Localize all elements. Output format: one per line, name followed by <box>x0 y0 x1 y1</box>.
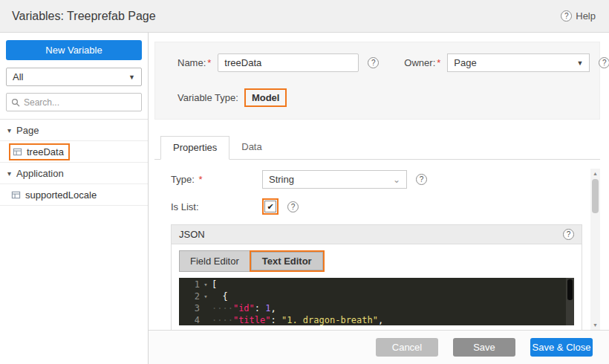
name-help-icon[interactable]: ? <box>368 57 379 68</box>
field-editor-button[interactable]: Field Editor <box>179 250 250 272</box>
editor-scrollbar[interactable] <box>566 278 574 325</box>
tree-item-label: supportedLocale <box>25 189 97 201</box>
variable-icon <box>11 190 21 200</box>
action-bar: Cancel Save Save & Close <box>149 330 609 364</box>
json-section-title: JSON <box>179 229 205 240</box>
type-select[interactable]: String ⌄ <box>262 170 407 189</box>
line-number: 3 <box>179 302 200 314</box>
line-number: 4 <box>179 314 200 325</box>
search-icon <box>11 98 20 107</box>
type-help-icon[interactable]: ? <box>416 174 427 185</box>
owner-selected-value: Page <box>454 57 476 68</box>
code-line: 1 ▾ [ <box>179 279 574 290</box>
section-label: Page <box>16 125 39 136</box>
section-label: Application <box>16 168 64 179</box>
code-line: 2 ▾ { <box>179 290 574 302</box>
variables-tree: ▾ Page treeData ▾ Application <box>0 119 148 206</box>
json-help-icon[interactable]: ? <box>563 229 574 240</box>
new-variable-button[interactable]: New Variable <box>6 40 142 60</box>
scrollbar-thumb[interactable] <box>592 179 599 213</box>
section-caret-icon: ▾ <box>7 126 11 134</box>
page-title: Variables: Treeprefab Page <box>12 10 156 23</box>
save-button[interactable]: Save <box>453 338 515 357</box>
tree-section-page[interactable]: ▾ Page <box>0 120 148 141</box>
variable-filter-select[interactable]: All ▼ <box>6 68 142 86</box>
variable-detail-panel: Name: * ? Owner: * Page ▼ ? <box>149 33 609 364</box>
tree-item-treedata[interactable]: treeData <box>0 141 148 163</box>
code-line: 4 ····"title": "1. dragon-breath", <box>179 314 574 325</box>
caret-down-icon: ▼ <box>576 59 583 67</box>
name-input[interactable] <box>218 53 359 72</box>
help-icon: ? <box>561 10 572 22</box>
title-bar: Variables: Treeprefab Page ? Help <box>0 0 609 33</box>
type-label: Type: * <box>171 174 262 185</box>
tree-item-supportedlocale[interactable]: supportedLocale <box>0 184 148 206</box>
code-line: 3 ····"id": 1, <box>179 302 574 314</box>
name-label: Name: <box>178 57 206 68</box>
required-marker: * <box>437 57 440 68</box>
json-section: JSON ? Field Editor Text Editor <box>171 224 582 330</box>
is-list-checkbox[interactable]: ✔ <box>264 201 276 212</box>
checkmark-icon: ✔ <box>267 202 273 212</box>
variables-sidebar: New Variable All ▼ ▾ Page <box>0 33 149 364</box>
json-section-header: JSON ? <box>172 225 582 244</box>
json-code-editor[interactable]: 1 ▾ [ 2 ▾ { 3 <box>179 278 574 325</box>
help-button[interactable]: ? Help <box>561 10 596 22</box>
variable-type-value: Model <box>244 88 287 107</box>
highlight-box: ✔ <box>262 198 279 215</box>
tree-item-label: treeData <box>27 146 64 157</box>
type-selected-value: String <box>269 174 294 185</box>
variable-summary-form: Name: * ? Owner: * Page ▼ ? <box>154 42 600 120</box>
fold-caret-icon[interactable]: ▾ <box>200 290 212 302</box>
save-and-close-button[interactable]: Save & Close <box>530 338 593 357</box>
fold-caret-icon[interactable]: ▾ <box>200 279 212 290</box>
scroll-up-icon[interactable]: ▲ <box>590 169 600 178</box>
detail-tabs: Properties Data <box>154 136 600 160</box>
line-number: 1 <box>179 279 200 290</box>
chevron-down-icon: ⌄ <box>393 175 400 185</box>
variable-type-label: Variable Type: <box>178 92 238 103</box>
vertical-scrollbar[interactable]: ▲ ▼ <box>590 169 600 330</box>
owner-select[interactable]: Page ▼ <box>447 53 590 72</box>
tab-properties[interactable]: Properties <box>160 136 229 160</box>
caret-down-icon: ▼ <box>128 74 135 81</box>
line-number: 2 <box>179 290 200 302</box>
owner-label: Owner: <box>404 57 435 68</box>
owner-help-icon[interactable]: ? <box>599 57 609 68</box>
tab-data[interactable]: Data <box>229 136 273 159</box>
required-marker: * <box>207 57 211 68</box>
variables-dialog: Variables: Treeprefab Page ? Help New Va… <box>0 0 609 364</box>
variable-icon <box>13 147 22 157</box>
help-label: Help <box>576 10 596 22</box>
highlight-box: treeData <box>9 143 70 160</box>
properties-pane: Type: * String ⌄ ? Is List: ✔ <box>154 169 588 330</box>
editor-scrollbar-thumb[interactable] <box>567 279 573 300</box>
required-marker: * <box>198 174 202 185</box>
tree-section-application[interactable]: ▾ Application <box>0 163 148 184</box>
search-box <box>6 93 142 111</box>
editor-mode-switch: Field Editor Text Editor <box>179 250 325 272</box>
scroll-down-icon[interactable]: ▼ <box>590 320 600 330</box>
highlight-box: Text Editor <box>250 250 325 272</box>
search-input[interactable] <box>24 97 137 108</box>
filter-selected-value: All <box>13 71 23 82</box>
text-editor-button[interactable]: Text Editor <box>251 252 323 270</box>
is-list-help-icon[interactable]: ? <box>287 201 299 212</box>
is-list-label: Is List: <box>171 201 262 212</box>
section-caret-icon: ▾ <box>7 169 11 178</box>
cancel-button[interactable]: Cancel <box>376 338 438 357</box>
